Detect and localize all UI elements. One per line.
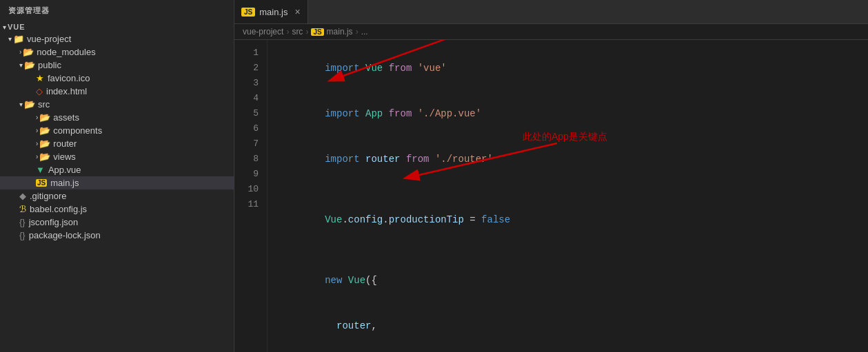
chevron-icon: ▾ — [19, 101, 23, 108]
json-icon: {} — [19, 217, 26, 227]
sidebar-item-label: babel.config.js — [30, 204, 87, 214]
breadcrumb-file: main.js — [327, 27, 353, 37]
breadcrumb-src: src — [292, 27, 303, 37]
sidebar-item-app-vue[interactable]: ▼ App.vue — [0, 163, 234, 176]
code-line-3: import router from './router' — [279, 136, 868, 182]
breadcrumb-project: vue-project — [243, 27, 283, 37]
sidebar-item-jsconfig[interactable]: {} jsconfig.json — [0, 216, 234, 229]
babel-icon: ℬ — [19, 204, 26, 214]
sidebar-item-label: VUE — [8, 23, 26, 31]
sidebar-item-components[interactable]: › 📂 components — [0, 124, 234, 137]
chevron-icon: › — [36, 140, 38, 147]
sidebar-item-label: main.js — [50, 178, 79, 188]
tab-js-badge: JS — [241, 8, 255, 17]
sidebar-item-label: src — [38, 99, 50, 110]
folder-icon: 📂 — [39, 152, 50, 162]
sidebar-item-src[interactable]: ▾ 📂 src — [0, 98, 234, 111]
sidebar-item-public[interactable]: ▾ 📂 public — [0, 59, 234, 72]
breadcrumb-more: ... — [361, 27, 368, 37]
sidebar: 资源管理器 ▾ VUE ▾ 📁 vue-project › 📂 node_mod… — [0, 0, 234, 352]
sidebar-item-label: views — [53, 152, 76, 162]
breadcrumb-js-badge: JS — [311, 28, 323, 36]
sidebar-item-label: jsconfig.json — [29, 217, 79, 227]
chevron-icon: › — [19, 48, 21, 56]
code-line-5: Vue.config.productionTip = false — [279, 197, 868, 242]
sidebar-item-main-js[interactable]: JS main.js — [0, 176, 234, 189]
vue-icon: ▼ — [36, 165, 45, 175]
sidebar-item-index-html[interactable]: ◇ index.html — [0, 85, 234, 98]
chevron-icon: › — [36, 153, 38, 161]
folder-icon: 📂 — [24, 60, 35, 70]
sidebar-item-label: favicon.ico — [48, 73, 90, 83]
chevron-icon: ▾ — [3, 23, 6, 31]
sidebar-item-vue-project[interactable]: ▾ 📁 vue-project — [0, 32, 234, 45]
sidebar-item-label: vue-project — [27, 34, 71, 44]
gitignore-icon: ◆ — [19, 191, 26, 201]
folder-icon: 📁 — [13, 34, 24, 44]
line-numbers: 1 2 3 4 5 6 7 8 9 10 11 — [234, 40, 268, 352]
code-line-9: render: h => h(App) — [279, 349, 868, 352]
code-content: import Vue from 'vue' import App from '.… — [268, 40, 868, 352]
sidebar-item-label: App.vue — [48, 165, 81, 175]
sidebar-item-label: package-lock.json — [29, 230, 101, 240]
sidebar-item-views[interactable]: › 📂 views — [0, 150, 234, 163]
sidebar-item-label: .gitignore — [30, 191, 66, 201]
sidebar-item-label: router — [53, 138, 77, 149]
chevron-icon: ▾ — [19, 61, 23, 69]
code-editor[interactable]: 1 2 3 4 5 6 7 8 9 10 11 import Vue from … — [234, 40, 868, 352]
chevron-icon: › — [36, 127, 38, 134]
sidebar-item-vue[interactable]: ▾ VUE — [0, 21, 234, 32]
chevron-icon: ▾ — [8, 35, 12, 43]
sidebar-item-label: node_modules — [37, 47, 95, 57]
folder-icon: 📂 — [23, 47, 34, 57]
chevron-icon: › — [36, 114, 38, 121]
breadcrumb: vue-project › src › JS main.js › ... — [234, 24, 868, 40]
code-line-8: router, — [279, 303, 868, 349]
sidebar-item-router[interactable]: › 📂 router — [0, 137, 234, 150]
json-icon: {} — [19, 230, 26, 240]
sidebar-item-label: public — [38, 60, 61, 70]
code-line-2: import App from './App.vue' — [279, 91, 868, 136]
code-line-4 — [279, 182, 868, 197]
sidebar-item-node-modules[interactable]: › 📂 node_modules — [0, 45, 234, 59]
code-line-7: new Vue({ — [279, 258, 868, 303]
folder-icon: 📂 — [39, 112, 50, 123]
tab-main-js[interactable]: JS main.js × — [234, 0, 308, 23]
js-icon: JS — [36, 179, 47, 187]
sidebar-item-label: assets — [53, 112, 79, 123]
breadcrumb-sep: › — [356, 27, 359, 37]
sidebar-item-label: components — [53, 125, 102, 136]
folder-icon: 📂 — [24, 99, 35, 110]
tab-label: main.js — [259, 7, 287, 17]
sidebar-item-favicon[interactable]: ★ favicon.ico — [0, 72, 234, 85]
folder-icon: 📂 — [39, 138, 50, 149]
html-icon: ◇ — [36, 86, 43, 96]
sidebar-item-babel[interactable]: ℬ babel.config.js — [0, 203, 234, 216]
tab-close-button[interactable]: × — [294, 6, 300, 17]
folder-icon: 📂 — [39, 125, 50, 136]
code-line-1: import Vue from 'vue' — [279, 45, 868, 91]
sidebar-item-assets[interactable]: › 📂 assets — [0, 111, 234, 124]
sidebar-item-label: index.html — [46, 86, 87, 96]
editor-area: JS main.js × vue-project › src › JS main… — [234, 0, 868, 352]
sidebar-title: 资源管理器 — [0, 0, 234, 21]
tab-bar: JS main.js × — [234, 0, 868, 24]
breadcrumb-sep: › — [305, 27, 308, 37]
star-icon: ★ — [36, 73, 44, 83]
sidebar-item-gitignore[interactable]: ◆ .gitignore — [0, 189, 234, 203]
sidebar-item-package-lock[interactable]: {} package-lock.json — [0, 229, 234, 242]
breadcrumb-sep: › — [286, 27, 289, 37]
code-line-6 — [279, 242, 868, 258]
